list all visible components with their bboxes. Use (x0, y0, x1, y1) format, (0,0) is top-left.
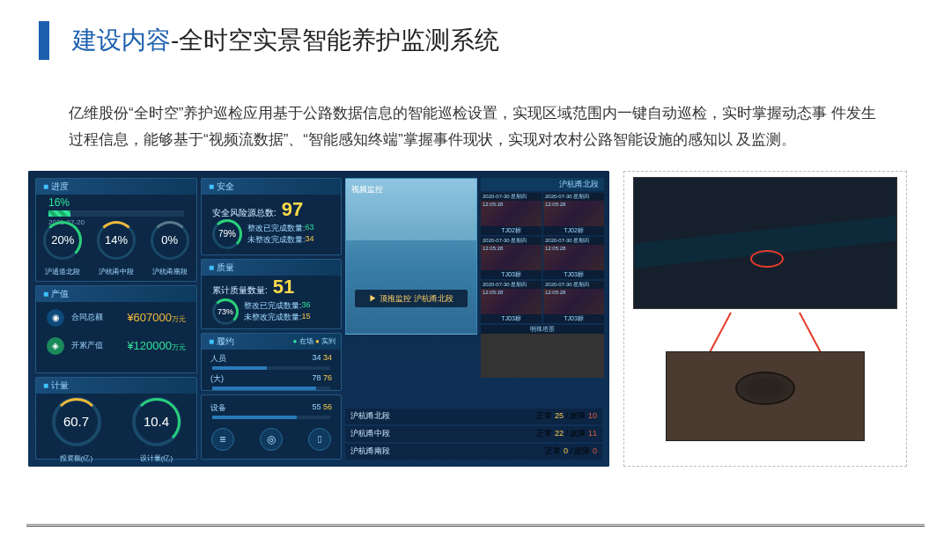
building-icon: ◈ (47, 337, 64, 355)
manhole-defect (735, 372, 795, 405)
content-row: 进度 16% 2021-07-20 20%沪通道北段 14%沪杭甬中段 0%沪杭… (0, 153, 951, 467)
panel-progress: 进度 16% 2021-07-20 20%沪通道北段 14%沪杭甬中段 0%沪杭… (35, 178, 197, 282)
title-sub: 全时空实景智能养护监测系统 (179, 26, 499, 54)
walk-icon[interactable]: 𖨆 (308, 428, 331, 451)
panel-plan: 计量 60.7投资额(亿) 10.4设计量(亿) (35, 377, 197, 460)
status-row: 沪杭甬北段 正常 25 / 故障 10 (345, 409, 602, 424)
panel-output: 产值 ◉ 合同总额 ¥607000万元 ◈ 开累产值 ¥120000万元 (35, 285, 197, 373)
slide-title: 建设内容-全时空实景智能养护监测系统 (72, 24, 499, 57)
panel-title: 进度 (36, 179, 196, 195)
panel-quality: 质量 累计质量数量:51 73% 整改已完成数量:36 未整改完成数量:15 (201, 259, 342, 329)
detection-photo (666, 351, 865, 441)
accent-bar (39, 21, 49, 60)
camera-icon[interactable]: ◎ (260, 428, 283, 451)
divider (26, 526, 925, 527)
title-main: 建设内容 (72, 26, 171, 54)
dashboard-screenshot: 进度 16% 2021-07-20 20%沪通道北段 14%沪杭甬中段 0%沪杭… (28, 171, 609, 467)
scene-header: 视频监控 (351, 184, 383, 195)
scene-banner: ▶ 顶推监控 沪杭甬北段 (355, 290, 468, 307)
detection-marker (750, 250, 784, 268)
description-paragraph: 亿维股份“全时空”养护巡检应用基于公路数据信息的智能巡检设置，实现区域范围内一键… (0, 60, 951, 153)
person-icon: ◉ (47, 309, 64, 327)
detection-diagram (623, 171, 907, 467)
panel-contract-2: 设备55 56 ≡ ◎ 𖨆 (201, 394, 342, 460)
status-row: 沪杭甬中段 正常 22 / 故障 11 (345, 426, 602, 442)
status-row: 沪杭甬南段 正常 0 / 故障 0 (345, 444, 602, 460)
panel-safety: 安全 安全风险源总数:97 79% 整改已完成数量:63 未整改完成数量:34 (201, 178, 342, 255)
scene-view: 视频监控 ▶ 顶推监控 沪杭甬北段 (345, 178, 477, 335)
panel-contract: 履约 ● 在场 ● 实到 人员34 34 (大)78 76 (201, 333, 342, 391)
progress-pct: 16% (48, 196, 184, 209)
map-view (633, 177, 897, 309)
title-sep: - (171, 26, 179, 54)
menu-icon[interactable]: ≡ (211, 428, 234, 451)
video-grid: 沪杭甬北段 2020-07-30 星期四 12:05:28TJ02标 2020-… (481, 178, 604, 380)
divider (26, 524, 925, 525)
slide-header: 建设内容-全时空实景智能养护监测系统 (0, 0, 951, 60)
